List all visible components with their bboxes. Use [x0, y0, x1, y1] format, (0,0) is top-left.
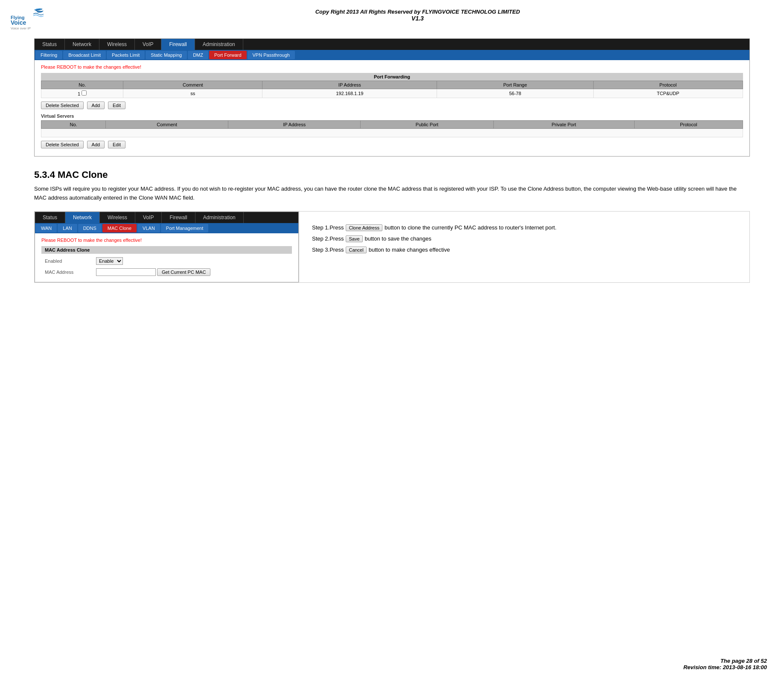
vs-col-protocol: Protocol: [634, 121, 743, 129]
cell-ip: 192.168.1.19: [262, 89, 437, 98]
step1-prefix: Step 1.Press: [312, 224, 344, 231]
page-info: The page 28 of 52: [683, 658, 767, 664]
col-ip: IP Address: [262, 81, 437, 89]
get-current-pc-mac-btn[interactable]: Get Current PC MAC: [157, 268, 210, 276]
subtab-dmz-1[interactable]: DMZ: [188, 51, 208, 59]
subtab-broadcast-1[interactable]: Broadcast Limit: [63, 51, 106, 59]
second-router-content: Please REBOOT to make the changes effect…: [35, 233, 298, 282]
subtab-portmgmt-2[interactable]: Port Management: [161, 224, 208, 232]
tab-wireless-1[interactable]: Wireless: [99, 39, 135, 50]
copyright-area: Copy Right 2013 All Rights Reserved by F…: [60, 4, 775, 22]
step1-line: Step 1.Press Clone Address button to clo…: [312, 224, 737, 231]
form-row-enabled: Enabled Enable Disable: [41, 255, 292, 267]
step2-suffix: button to save the changes: [365, 235, 431, 242]
field-enabled: Enable Disable: [93, 255, 292, 267]
step3-prefix: Step 3.Press: [312, 247, 344, 253]
second-nav-tabs: Status Network Wireless VoIP Firewall Ad…: [35, 212, 298, 223]
col-portrange: Port Range: [437, 81, 593, 89]
first-sub-tabs: Filtering Broadcast Limit Packets Limit …: [35, 50, 749, 60]
col-comment: Comment: [123, 81, 262, 89]
reboot-notice-2: Please REBOOT to make the changes effect…: [41, 238, 292, 243]
step3-suffix: button to make changes effective: [369, 247, 450, 253]
copyright-text: Copy Right 2013 All Rights Reserved by F…: [60, 9, 775, 15]
add-btn-vs[interactable]: Add: [87, 141, 105, 148]
tab-status-1[interactable]: Status: [35, 39, 65, 50]
second-sub-tabs: WAN LAN DDNS MAC Clone VLAN Port Managem…: [35, 223, 298, 233]
subtab-wan-2[interactable]: WAN: [36, 224, 57, 232]
cell-protocol: TCP&UDP: [593, 89, 743, 98]
step3-line: Step 3.Press Cancel button to make chang…: [312, 247, 737, 253]
reboot-notice-1: Please REBOOT to make the changes effect…: [41, 64, 743, 70]
combined-section: Status Network Wireless VoIP Firewall Ad…: [34, 211, 750, 283]
port-forwarding-header: Port Forwarding: [41, 73, 743, 81]
svg-text:Voice over IP: Voice over IP: [11, 26, 31, 30]
revision-time: Revision time: 2013-08-16 18:00: [683, 664, 767, 670]
second-router-container: Status Network Wireless VoIP Firewall Ad…: [35, 212, 299, 282]
add-btn-1[interactable]: Add: [87, 102, 105, 109]
mac-address-input[interactable]: [96, 268, 156, 276]
port-forward-buttons: Delete Selected Add Edit: [41, 102, 743, 109]
first-nav-tabs: Status Network Wireless VoIP Firewall Ad…: [35, 39, 749, 50]
tab-administration-1[interactable]: Administration: [195, 39, 243, 50]
cancel-btn-example: Cancel: [346, 247, 366, 253]
tab-network-2[interactable]: Network: [65, 212, 100, 223]
step2-line: Step 2.Press Save button to save the cha…: [312, 235, 737, 242]
virtual-server-buttons: Delete Selected Add Edit: [41, 141, 743, 148]
cell-portrange: 56-78: [437, 89, 593, 98]
subtab-static-1[interactable]: Static Mapping: [146, 51, 187, 59]
tab-status-2[interactable]: Status: [35, 212, 65, 223]
save-btn-example: Save: [346, 235, 362, 242]
page-header: Flying Voice Voice over IP Copy Right 20…: [0, 0, 784, 34]
tab-wireless-2[interactable]: Wireless: [100, 212, 135, 223]
cell-comment: ss: [123, 89, 262, 98]
subtab-portforward-1[interactable]: Port Forward: [209, 51, 247, 59]
vs-col-public: Public Port: [361, 121, 493, 129]
subtab-ddns-2[interactable]: DDNS: [78, 224, 102, 232]
enabled-select[interactable]: Enable Disable: [96, 257, 123, 265]
svg-text:Voice: Voice: [11, 19, 26, 26]
subtab-macclone-2[interactable]: MAC Clone: [102, 224, 137, 232]
first-router-content: Please REBOOT to make the changes effect…: [35, 60, 749, 156]
subtab-filtering-1[interactable]: Filtering: [35, 51, 62, 59]
edit-btn-vs[interactable]: Edit: [108, 141, 125, 148]
step2-prefix: Step 2.Press: [312, 235, 344, 242]
vs-col-ip: IP Address: [228, 121, 361, 129]
table-row: 1 ss 192.168.1.19 56-78 TCP&UDP: [41, 89, 743, 98]
page-footer: The page 28 of 52 Revision time: 2013-08…: [683, 658, 767, 670]
logo-svg: Flying Voice Voice over IP: [9, 6, 55, 32]
mac-clone-heading: 5.3.4 MAC Clone: [34, 169, 750, 180]
subtab-packets-1[interactable]: Packets Limit: [107, 51, 145, 59]
mac-clone-form: Enabled Enable Disable MAC Address: [41, 255, 292, 278]
tab-voip-2[interactable]: VoIP: [135, 212, 162, 223]
col-no: No.: [41, 81, 123, 89]
virtual-servers-table: No. Comment IP Address Public Port Priva…: [41, 120, 743, 137]
clone-address-btn-example: Clone Address: [346, 224, 382, 231]
steps-area: Step 1.Press Clone Address button to clo…: [299, 212, 749, 282]
subtab-vlan-2[interactable]: VLAN: [137, 224, 160, 232]
label-mac: MAC Address: [41, 267, 93, 278]
tab-administration-2[interactable]: Administration: [195, 212, 244, 223]
delete-selected-btn-1[interactable]: Delete Selected: [41, 102, 84, 109]
col-protocol: Protocol: [593, 81, 743, 89]
virtual-servers-label: Virtual Servers: [41, 113, 743, 119]
tab-firewall-2[interactable]: Firewall: [162, 212, 195, 223]
step1-suffix: button to clone the currently PC MAC add…: [385, 224, 557, 231]
main-content: Status Network Wireless VoIP Firewall Ad…: [0, 34, 784, 283]
tab-firewall-1[interactable]: Firewall: [161, 39, 195, 50]
edit-btn-1[interactable]: Edit: [108, 102, 125, 109]
field-mac: Get Current PC MAC: [93, 267, 292, 278]
tab-network-1[interactable]: Network: [65, 39, 99, 50]
mac-clone-section-header: MAC Address Clone: [41, 246, 292, 254]
first-router-ui: Status Network Wireless VoIP Firewall Ad…: [34, 38, 750, 157]
second-router-ui: Status Network Wireless VoIP Firewall Ad…: [35, 212, 299, 282]
delete-selected-btn-vs[interactable]: Delete Selected: [41, 141, 84, 148]
cell-no: 1: [41, 89, 123, 98]
version-text: V1.3: [60, 15, 775, 22]
subtab-vpn-1[interactable]: VPN Passthrough: [248, 51, 295, 59]
subtab-lan-2[interactable]: LAN: [58, 224, 77, 232]
vs-col-private: Private Port: [493, 121, 634, 129]
row-checkbox[interactable]: [82, 90, 87, 96]
table-row-empty: [41, 129, 743, 137]
tab-voip-1[interactable]: VoIP: [135, 39, 161, 50]
vs-col-comment: Comment: [106, 121, 228, 129]
